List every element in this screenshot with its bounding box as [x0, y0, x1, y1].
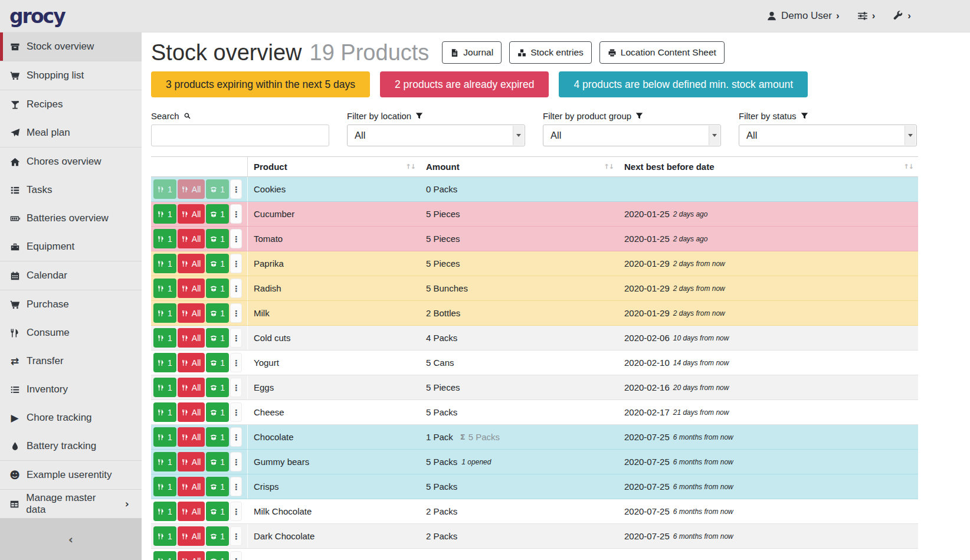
consume-all-button[interactable]: All — [178, 452, 205, 471]
location-content-sheet-button[interactable]: Location Content Sheet — [599, 41, 725, 64]
sidebar-item-chore-tracking[interactable]: ▶Chore tracking — [0, 404, 142, 432]
consume-one-button[interactable]: 1 — [153, 477, 176, 496]
open-one-button[interactable]: 1 — [206, 229, 229, 248]
sidebar-item-manage-master-data[interactable]: Manage master data› — [0, 490, 142, 518]
open-one-button[interactable]: 1 — [206, 427, 229, 447]
consume-all-button[interactable]: All — [178, 254, 205, 273]
consume-one-button[interactable]: 1 — [153, 179, 176, 199]
column-header-next-best-before-date[interactable]: Next best before date ↑↓ — [618, 157, 918, 176]
consume-all-button[interactable]: All — [178, 378, 205, 397]
stock-entries-button[interactable]: Stock entries — [509, 41, 592, 64]
product-cell: Cold cuts — [248, 326, 420, 350]
sidebar-item-battery-tracking[interactable]: Battery tracking — [0, 432, 142, 460]
consume-one-button[interactable]: 1 — [153, 328, 176, 348]
open-one-button[interactable]: 1 — [206, 502, 229, 521]
journal-button[interactable]: Journal — [442, 41, 502, 64]
row-menu-button[interactable]: ⋮ — [230, 279, 242, 298]
row-menu-button[interactable]: ⋮ — [230, 402, 242, 422]
open-one-button[interactable]: 1 — [206, 402, 229, 422]
sidebar-item-chores-overview[interactable]: Chores overview — [0, 148, 142, 176]
sidebar-item-stock-overview[interactable]: Stock overview — [0, 32, 142, 61]
consume-one-button[interactable]: 1 — [153, 303, 176, 323]
consume-one-button[interactable]: 1 — [153, 254, 176, 273]
search-input[interactable] — [151, 125, 329, 146]
product-group-filter-select[interactable]: All — [543, 125, 721, 146]
open-one-button[interactable]: 1 — [206, 378, 229, 397]
consume-all-button[interactable]: All — [178, 204, 205, 224]
consume-all-button[interactable]: All — [178, 427, 205, 447]
status-filter-select[interactable]: All — [739, 125, 917, 146]
row-menu-button[interactable]: ⋮ — [230, 452, 242, 471]
sidebar-item-purchase[interactable]: Purchase — [0, 290, 142, 319]
open-one-button[interactable]: 1 — [206, 551, 229, 560]
sidebar-item-equipment[interactable]: Equipment — [0, 232, 142, 261]
row-menu-button[interactable]: ⋮ — [230, 477, 242, 496]
consume-one-button[interactable]: 1 — [153, 526, 176, 546]
open-one-button[interactable]: 1 — [206, 279, 229, 298]
consume-one-button[interactable]: 1 — [153, 378, 176, 397]
column-header-product[interactable]: Product ↑↓ — [248, 157, 420, 176]
consume-one-button[interactable]: 1 — [153, 402, 176, 422]
sidebar-item-tasks[interactable]: Tasks — [0, 176, 142, 204]
user-menu[interactable]: Demo User › — [766, 10, 840, 22]
consume-all-button[interactable]: All — [178, 229, 205, 248]
consume-all-button[interactable]: All — [178, 477, 205, 496]
sidebar-item-transfer[interactable]: ⇄Transfer — [0, 347, 142, 375]
consume-one-button[interactable]: 1 — [153, 279, 176, 298]
consume-all-button[interactable]: All — [178, 328, 205, 348]
consume-all-button[interactable]: All — [178, 551, 205, 560]
row-menu-button[interactable]: ⋮ — [230, 204, 242, 224]
row-menu-button[interactable]: ⋮ — [230, 229, 242, 248]
open-one-button[interactable]: 1 — [206, 526, 229, 546]
banner-expired[interactable]: 2 products are already expired — [380, 71, 549, 97]
sidebar-item-consume[interactable]: Consume — [0, 319, 142, 347]
sidebar-item-shopping-list[interactable]: Shopping list — [0, 61, 142, 90]
location-filter-select[interactable]: All — [347, 125, 525, 146]
open-one-button[interactable]: 1 — [206, 328, 229, 348]
row-menu-button[interactable]: ⋮ — [230, 502, 242, 521]
banner-below-min-stock[interactable]: 4 products are below defined min. stock … — [559, 71, 808, 97]
row-menu-button[interactable]: ⋮ — [230, 378, 242, 397]
sidebar-item-meal-plan[interactable]: Meal plan — [0, 119, 142, 147]
consume-one-button[interactable]: 1 — [153, 502, 176, 521]
consume-all-button[interactable]: All — [178, 502, 205, 521]
sidebar-item-example-userentity[interactable]: ☻Example userentity — [0, 461, 142, 489]
sidebar-item-batteries-overview[interactable]: Batteries overview — [0, 204, 142, 232]
consume-one-button[interactable]: 1 — [153, 452, 176, 471]
row-menu-button[interactable]: ⋮ — [230, 427, 242, 447]
consume-all-button[interactable]: All — [178, 402, 205, 422]
consume-all-button[interactable]: All — [178, 353, 205, 372]
row-menu-button[interactable]: ⋮ — [230, 179, 242, 199]
open-one-button[interactable]: 1 — [206, 353, 229, 372]
consume-one-button[interactable]: 1 — [153, 353, 176, 372]
consume-all-button[interactable]: All — [178, 526, 205, 546]
settings-menu[interactable]: › — [857, 10, 876, 22]
consume-all-button[interactable]: All — [178, 279, 205, 298]
consume-all-button[interactable]: All — [178, 303, 205, 323]
open-one-button[interactable]: 1 — [206, 477, 229, 496]
consume-one-button[interactable]: 1 — [153, 204, 176, 224]
sidebar-item-calendar[interactable]: Calendar — [0, 261, 142, 290]
row-menu-button[interactable]: ⋮ — [230, 303, 242, 323]
open-one-button[interactable]: 1 — [206, 254, 229, 273]
open-one-button[interactable]: 1 — [206, 452, 229, 471]
column-header-amount[interactable]: Amount ↑↓ — [420, 157, 618, 176]
sidebar-item-recipes[interactable]: Recipes — [0, 90, 142, 119]
open-one-button[interactable]: 1 — [206, 303, 229, 323]
sidebar-item-inventory[interactable]: Inventory — [0, 375, 142, 404]
row-menu-button[interactable]: ⋮ — [230, 254, 242, 273]
row-menu-button[interactable]: ⋮ — [230, 328, 242, 348]
open-one-button[interactable]: 1 — [206, 179, 229, 199]
open-one-button[interactable]: 1 — [206, 204, 229, 224]
consume-one-button[interactable]: 1 — [153, 229, 176, 248]
row-menu-button[interactable]: ⋮ — [230, 353, 242, 372]
sidebar-collapse-button[interactable]: ‹ — [0, 518, 142, 560]
consume-all-button[interactable]: All — [178, 179, 205, 199]
banner-expiring-soon[interactable]: 3 products expiring within the next 5 da… — [151, 71, 370, 97]
consume-one-button[interactable]: 1 — [153, 427, 176, 447]
row-menu-button[interactable]: ⋮ — [230, 551, 242, 560]
consume-one-button[interactable]: 1 — [153, 551, 176, 560]
app-logo[interactable]: grocy — [9, 5, 65, 28]
admin-menu[interactable]: › — [893, 10, 911, 22]
row-menu-button[interactable]: ⋮ — [230, 526, 242, 546]
